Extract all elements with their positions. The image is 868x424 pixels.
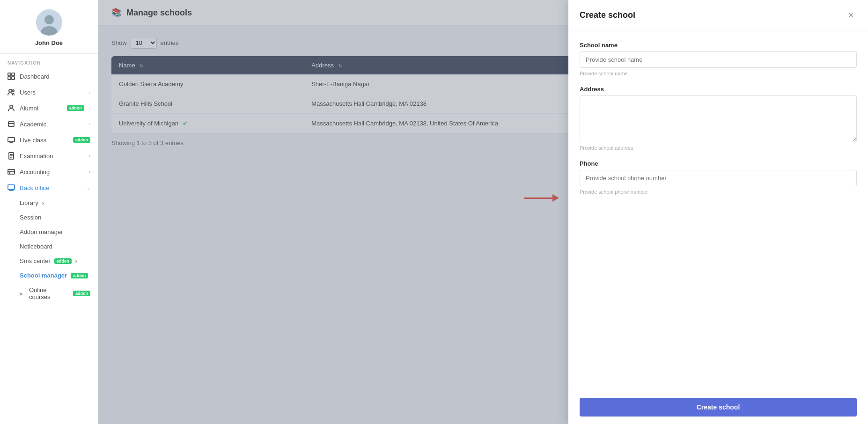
sidebar-subitem-sms-center-label: Sms center [20,257,51,264]
sidebar-item-examination[interactable]: Examination › [0,148,98,164]
sidebar-item-alumni-label: Alumni [20,105,62,112]
close-panel-button[interactable]: × [846,9,857,21]
address-field-group: Address Provide school address [580,86,857,151]
sidebar-item-users-label: Users [20,89,84,96]
chevron-icon: › [42,199,44,206]
sidebar-item-accounting-label: Accounting [20,168,84,175]
academic-icon [7,120,15,128]
sidebar-subitem-session-label: Session [20,214,41,221]
chevron-down-icon: ⌄ [87,185,90,190]
dashboard-icon [7,73,15,80]
accounting-icon [7,168,15,175]
sidebar-subitem-school-manager-label: School manager [20,272,67,279]
sidebar-item-backoffice-label: Back office [20,184,82,191]
chevron-icon: › [89,90,90,95]
alumni-addon-badge: addon [67,105,84,111]
users-icon [7,88,15,96]
create-school-panel: Create school × School name Provide scho… [568,0,868,424]
sidebar-subitem-school-manager[interactable]: School manager addon [0,268,98,283]
sidebar-item-dashboard[interactable]: Dashboard [0,68,98,84]
user-profile: John Doe [0,0,98,54]
chevron-icon: › [89,154,90,159]
school-name-input[interactable] [580,51,857,68]
svg-rect-3 [8,73,11,76]
chevron-icon: › [89,122,90,127]
backoffice-icon [7,184,15,191]
svg-rect-4 [12,73,15,76]
svg-rect-11 [8,138,15,142]
sidebar-subitem-addon-manager[interactable]: Addon manager [0,225,98,239]
panel-title: Create school [580,10,635,20]
chevron-icon: › [89,169,90,175]
alumni-icon [7,104,15,112]
username: John Doe [35,39,63,46]
sidebar-subitem-noticeboard[interactable]: Noticeboard [0,239,98,254]
sidebar-subitem-online-courses[interactable]: ▶ Online courses addon [0,283,98,304]
sidebar-subitem-noticeboard-label: Noticeboard [20,243,52,250]
panel-footer: Create school [568,390,868,424]
sidebar-subitem-session[interactable]: Session [0,210,98,225]
school-manager-addon-badge: addon [71,273,88,278]
panel-body: School name Provide school name Address … [568,30,868,390]
phone-field-group: Phone Provide school phone number [580,160,857,195]
svg-point-1 [44,15,54,24]
sidebar-item-accounting[interactable]: Accounting › [0,164,98,180]
sidebar-item-backoffice[interactable]: Back office ⌄ [0,180,98,196]
nav-section-label: NAVIGATION [0,54,98,68]
phone-label: Phone [580,160,857,167]
svg-rect-14 [8,185,15,190]
sidebar-item-users[interactable]: Users › [0,84,98,100]
sidebar-item-academic-label: Academic [20,121,84,128]
svg-point-7 [9,89,12,92]
sidebar: John Doe NAVIGATION Dashboard Users › Al… [0,0,98,424]
sidebar-subitem-library-label: Library [20,199,38,206]
chevron-icon: › [75,257,77,264]
address-textarea[interactable] [580,95,857,142]
sidebar-item-alumni[interactable]: Alumni addon › [0,100,98,116]
panel-header: Create school × [568,0,868,30]
sms-center-addon-badge: addon [54,258,72,264]
sidebar-subitem-online-courses-label: Online courses [29,286,69,300]
liveclass-addon-badge: addon [73,137,90,143]
sidebar-item-liveclass[interactable]: Live class addon [0,132,98,148]
svg-point-9 [10,105,13,108]
sidebar-item-liveclass-label: Live class [20,137,68,144]
school-name-hint: Provide school name [580,71,857,76]
address-label: Address [580,86,857,93]
sidebar-subitem-addon-manager-label: Addon manager [20,228,63,235]
address-hint: Provide school address [580,145,857,151]
phone-hint: Provide school phone number [580,189,857,195]
examination-icon [7,152,15,160]
svg-point-8 [12,90,14,92]
phone-input[interactable] [580,170,857,186]
sidebar-item-examination-label: Examination [20,153,84,160]
sidebar-item-dashboard-label: Dashboard [20,73,90,80]
main-content: 📚 Manage schools Show 10 25 50 100 entri… [98,0,868,424]
svg-rect-5 [8,77,11,80]
liveclass-icon [7,136,15,144]
online-courses-addon-badge: addon [73,291,90,296]
create-school-button[interactable]: Create school [580,398,857,417]
svg-rect-6 [12,77,15,80]
chevron-icon: › [89,106,90,111]
sidebar-item-academic[interactable]: Academic › [0,116,98,132]
school-name-label: School name [580,42,857,49]
school-name-field-group: School name Provide school name [580,42,857,76]
sidebar-subitem-library[interactable]: Library › [0,196,98,210]
avatar [36,9,62,36]
sidebar-subitem-sms-center[interactable]: Sms center addon › [0,254,98,268]
